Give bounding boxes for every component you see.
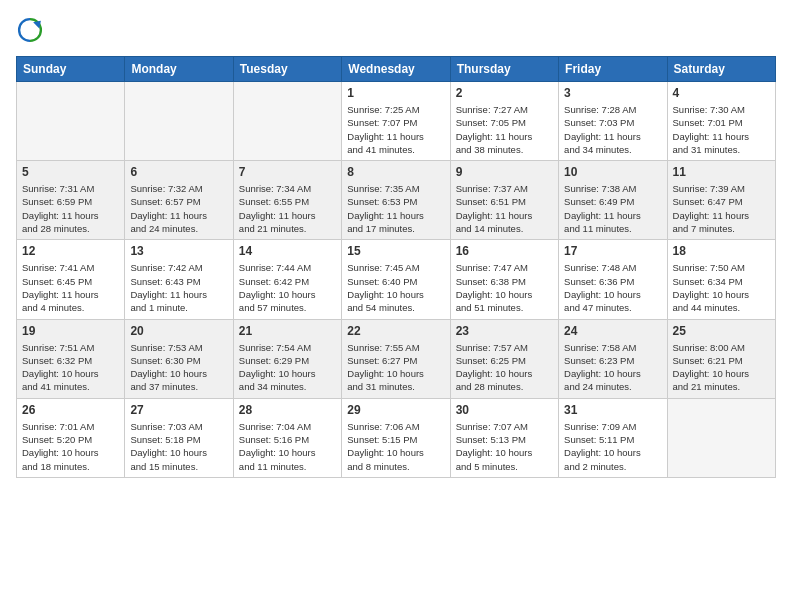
- calendar-cell: 5Sunrise: 7:31 AM Sunset: 6:59 PM Daylig…: [17, 161, 125, 240]
- cell-text: Sunrise: 7:07 AM Sunset: 5:13 PM Dayligh…: [456, 420, 553, 473]
- cell-text: Sunrise: 7:31 AM Sunset: 6:59 PM Dayligh…: [22, 182, 119, 235]
- cell-text: Sunrise: 7:35 AM Sunset: 6:53 PM Dayligh…: [347, 182, 444, 235]
- calendar-cell: 19Sunrise: 7:51 AM Sunset: 6:32 PM Dayli…: [17, 319, 125, 398]
- day-number: 5: [22, 165, 119, 179]
- cell-text: Sunrise: 7:57 AM Sunset: 6:25 PM Dayligh…: [456, 341, 553, 394]
- calendar-cell: 15Sunrise: 7:45 AM Sunset: 6:40 PM Dayli…: [342, 240, 450, 319]
- cell-text: Sunrise: 7:44 AM Sunset: 6:42 PM Dayligh…: [239, 261, 336, 314]
- calendar-cell: 6Sunrise: 7:32 AM Sunset: 6:57 PM Daylig…: [125, 161, 233, 240]
- day-number: 14: [239, 244, 336, 258]
- cell-text: Sunrise: 7:34 AM Sunset: 6:55 PM Dayligh…: [239, 182, 336, 235]
- logo-icon: [16, 16, 44, 44]
- days-header-row: SundayMondayTuesdayWednesdayThursdayFrid…: [17, 57, 776, 82]
- day-number: 1: [347, 86, 444, 100]
- day-number: 23: [456, 324, 553, 338]
- day-number: 24: [564, 324, 661, 338]
- day-header-thursday: Thursday: [450, 57, 558, 82]
- cell-text: Sunrise: 7:58 AM Sunset: 6:23 PM Dayligh…: [564, 341, 661, 394]
- week-row-2: 5Sunrise: 7:31 AM Sunset: 6:59 PM Daylig…: [17, 161, 776, 240]
- calendar-table: SundayMondayTuesdayWednesdayThursdayFrid…: [16, 56, 776, 478]
- day-header-wednesday: Wednesday: [342, 57, 450, 82]
- day-header-saturday: Saturday: [667, 57, 775, 82]
- cell-text: Sunrise: 7:47 AM Sunset: 6:38 PM Dayligh…: [456, 261, 553, 314]
- calendar-cell: 8Sunrise: 7:35 AM Sunset: 6:53 PM Daylig…: [342, 161, 450, 240]
- calendar-cell: 22Sunrise: 7:55 AM Sunset: 6:27 PM Dayli…: [342, 319, 450, 398]
- day-number: 28: [239, 403, 336, 417]
- cell-text: Sunrise: 7:41 AM Sunset: 6:45 PM Dayligh…: [22, 261, 119, 314]
- day-number: 9: [456, 165, 553, 179]
- cell-text: Sunrise: 7:53 AM Sunset: 6:30 PM Dayligh…: [130, 341, 227, 394]
- cell-text: Sunrise: 7:01 AM Sunset: 5:20 PM Dayligh…: [22, 420, 119, 473]
- cell-text: Sunrise: 7:30 AM Sunset: 7:01 PM Dayligh…: [673, 103, 770, 156]
- cell-text: Sunrise: 7:27 AM Sunset: 7:05 PM Dayligh…: [456, 103, 553, 156]
- calendar-cell: 9Sunrise: 7:37 AM Sunset: 6:51 PM Daylig…: [450, 161, 558, 240]
- calendar-cell: 12Sunrise: 7:41 AM Sunset: 6:45 PM Dayli…: [17, 240, 125, 319]
- calendar-cell: 23Sunrise: 7:57 AM Sunset: 6:25 PM Dayli…: [450, 319, 558, 398]
- calendar-cell: [233, 82, 341, 161]
- day-number: 31: [564, 403, 661, 417]
- week-row-4: 19Sunrise: 7:51 AM Sunset: 6:32 PM Dayli…: [17, 319, 776, 398]
- day-header-monday: Monday: [125, 57, 233, 82]
- calendar-cell: 4Sunrise: 7:30 AM Sunset: 7:01 PM Daylig…: [667, 82, 775, 161]
- calendar-cell: 26Sunrise: 7:01 AM Sunset: 5:20 PM Dayli…: [17, 398, 125, 477]
- day-number: 12: [22, 244, 119, 258]
- cell-text: Sunrise: 7:32 AM Sunset: 6:57 PM Dayligh…: [130, 182, 227, 235]
- calendar-cell: 13Sunrise: 7:42 AM Sunset: 6:43 PM Dayli…: [125, 240, 233, 319]
- day-number: 19: [22, 324, 119, 338]
- calendar-cell: 7Sunrise: 7:34 AM Sunset: 6:55 PM Daylig…: [233, 161, 341, 240]
- day-number: 21: [239, 324, 336, 338]
- day-number: 4: [673, 86, 770, 100]
- calendar-cell: 20Sunrise: 7:53 AM Sunset: 6:30 PM Dayli…: [125, 319, 233, 398]
- calendar-cell: 3Sunrise: 7:28 AM Sunset: 7:03 PM Daylig…: [559, 82, 667, 161]
- calendar-cell: [667, 398, 775, 477]
- cell-text: Sunrise: 7:04 AM Sunset: 5:16 PM Dayligh…: [239, 420, 336, 473]
- day-number: 22: [347, 324, 444, 338]
- cell-text: Sunrise: 7:03 AM Sunset: 5:18 PM Dayligh…: [130, 420, 227, 473]
- calendar-cell: 28Sunrise: 7:04 AM Sunset: 5:16 PM Dayli…: [233, 398, 341, 477]
- week-row-3: 12Sunrise: 7:41 AM Sunset: 6:45 PM Dayli…: [17, 240, 776, 319]
- cell-text: Sunrise: 7:28 AM Sunset: 7:03 PM Dayligh…: [564, 103, 661, 156]
- day-number: 15: [347, 244, 444, 258]
- calendar-cell: 31Sunrise: 7:09 AM Sunset: 5:11 PM Dayli…: [559, 398, 667, 477]
- day-number: 26: [22, 403, 119, 417]
- calendar-cell: [125, 82, 233, 161]
- day-number: 10: [564, 165, 661, 179]
- cell-text: Sunrise: 7:25 AM Sunset: 7:07 PM Dayligh…: [347, 103, 444, 156]
- page-header: [16, 16, 776, 44]
- week-row-5: 26Sunrise: 7:01 AM Sunset: 5:20 PM Dayli…: [17, 398, 776, 477]
- logo: [16, 16, 48, 44]
- cell-text: Sunrise: 7:50 AM Sunset: 6:34 PM Dayligh…: [673, 261, 770, 314]
- day-number: 11: [673, 165, 770, 179]
- calendar-cell: 27Sunrise: 7:03 AM Sunset: 5:18 PM Dayli…: [125, 398, 233, 477]
- calendar-cell: 14Sunrise: 7:44 AM Sunset: 6:42 PM Dayli…: [233, 240, 341, 319]
- day-header-tuesday: Tuesday: [233, 57, 341, 82]
- day-number: 30: [456, 403, 553, 417]
- day-number: 6: [130, 165, 227, 179]
- day-number: 18: [673, 244, 770, 258]
- cell-text: Sunrise: 7:55 AM Sunset: 6:27 PM Dayligh…: [347, 341, 444, 394]
- cell-text: Sunrise: 7:09 AM Sunset: 5:11 PM Dayligh…: [564, 420, 661, 473]
- calendar-cell: 1Sunrise: 7:25 AM Sunset: 7:07 PM Daylig…: [342, 82, 450, 161]
- day-number: 2: [456, 86, 553, 100]
- calendar-cell: 21Sunrise: 7:54 AM Sunset: 6:29 PM Dayli…: [233, 319, 341, 398]
- day-number: 27: [130, 403, 227, 417]
- day-header-sunday: Sunday: [17, 57, 125, 82]
- calendar-cell: 10Sunrise: 7:38 AM Sunset: 6:49 PM Dayli…: [559, 161, 667, 240]
- cell-text: Sunrise: 7:54 AM Sunset: 6:29 PM Dayligh…: [239, 341, 336, 394]
- day-header-friday: Friday: [559, 57, 667, 82]
- day-number: 25: [673, 324, 770, 338]
- calendar-cell: 2Sunrise: 7:27 AM Sunset: 7:05 PM Daylig…: [450, 82, 558, 161]
- day-number: 3: [564, 86, 661, 100]
- calendar-cell: 29Sunrise: 7:06 AM Sunset: 5:15 PM Dayli…: [342, 398, 450, 477]
- cell-text: Sunrise: 7:48 AM Sunset: 6:36 PM Dayligh…: [564, 261, 661, 314]
- day-number: 16: [456, 244, 553, 258]
- calendar-cell: 25Sunrise: 8:00 AM Sunset: 6:21 PM Dayli…: [667, 319, 775, 398]
- calendar-cell: 30Sunrise: 7:07 AM Sunset: 5:13 PM Dayli…: [450, 398, 558, 477]
- calendar-cell: 24Sunrise: 7:58 AM Sunset: 6:23 PM Dayli…: [559, 319, 667, 398]
- week-row-1: 1Sunrise: 7:25 AM Sunset: 7:07 PM Daylig…: [17, 82, 776, 161]
- calendar-cell: [17, 82, 125, 161]
- day-number: 29: [347, 403, 444, 417]
- cell-text: Sunrise: 7:39 AM Sunset: 6:47 PM Dayligh…: [673, 182, 770, 235]
- day-number: 17: [564, 244, 661, 258]
- calendar-cell: 17Sunrise: 7:48 AM Sunset: 6:36 PM Dayli…: [559, 240, 667, 319]
